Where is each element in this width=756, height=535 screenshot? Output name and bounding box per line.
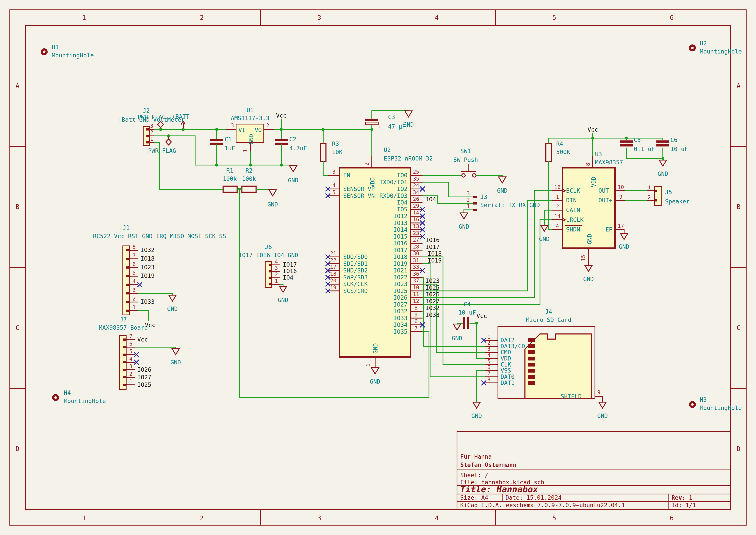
gnd-symbol <box>269 190 276 196</box>
text-label: 27 <box>413 237 419 243</box>
text-label: IO19 <box>141 272 154 279</box>
text-label: H2 <box>700 40 707 46</box>
text-label: 10K <box>332 149 343 155</box>
text-label: 12 <box>413 298 419 304</box>
text-label: J3 <box>480 193 487 200</box>
text-label: 36 <box>413 271 419 277</box>
text-label: 100k <box>223 175 237 182</box>
text-label: 20 <box>330 278 337 284</box>
text-label: 1uF <box>225 145 235 152</box>
text-label: LRCLK <box>566 216 584 223</box>
pin-pad <box>123 369 126 371</box>
text-label: 1 <box>556 194 559 200</box>
pin-pad <box>126 258 129 260</box>
text-label: SHD/SD2 <box>343 267 368 274</box>
switch-contact <box>462 174 465 177</box>
text-label: RXD0/IO3 <box>379 192 407 199</box>
resistor-body <box>223 186 237 192</box>
text-label: 3 <box>150 123 153 129</box>
component-body <box>654 186 661 205</box>
text-label: 8 <box>585 163 591 166</box>
text-label: IO17 <box>393 247 407 253</box>
text-label: MAX98357 Board <box>99 324 148 331</box>
text-label: GND <box>586 234 593 244</box>
text-label: IO26 <box>393 294 407 301</box>
text-label: GND <box>583 276 594 282</box>
text-label: 2 <box>129 371 132 377</box>
text-label: 8 <box>133 244 136 250</box>
text-label: 5 <box>552 14 556 21</box>
text-label: 4 <box>435 14 439 21</box>
text-label: SDI/SD1 <box>343 260 368 267</box>
text-label: GND <box>372 343 379 354</box>
pin-pad <box>123 346 126 348</box>
pin-pad <box>654 190 657 192</box>
wire <box>372 110 409 111</box>
text-label: IO19 <box>428 257 442 264</box>
text-label: GND <box>403 121 414 128</box>
text-label: SDO/SD0 <box>343 253 368 260</box>
junction-dot <box>215 163 218 167</box>
text-label: GND <box>167 305 178 312</box>
text-label: 2 <box>150 129 153 135</box>
text-label: Date: 15.01.2024 <box>505 494 561 501</box>
text-label: 6 <box>670 514 674 522</box>
text-label: IO16 <box>283 268 297 274</box>
text-label: GND <box>267 201 278 208</box>
text-label: IO27 <box>393 301 407 308</box>
text-label: GND <box>248 134 255 145</box>
text-label: IO25 <box>425 284 440 291</box>
mounting-hole-icon <box>691 46 694 49</box>
text-label: 2 <box>487 340 490 346</box>
text-label: AMS1117-3.3 <box>231 115 269 122</box>
text-label: C3 <box>388 114 395 120</box>
text-label: 16 <box>554 184 561 190</box>
text-label: 35 <box>413 176 419 182</box>
text-label: R1 <box>226 167 233 174</box>
text-label: 11 <box>413 291 419 297</box>
pin-pad <box>126 310 129 312</box>
gnd-symbol <box>473 402 480 408</box>
text-label: IO15 <box>393 233 407 240</box>
text-label: KiCad E.D.A. eeschema 7.0.9-7.0.9~ubuntu… <box>460 502 625 508</box>
text-label: RC522 Vcc RST GND IRQ MISO MOSI SCK SS <box>93 233 226 239</box>
text-label: Micro_SD_Card <box>526 317 571 324</box>
text-label: 15 <box>580 255 586 261</box>
text-label: IO23 <box>393 281 407 287</box>
text-label: 1 <box>82 14 86 21</box>
text-label: Vcc <box>276 112 287 119</box>
text-label: 5 <box>552 514 556 522</box>
text-label: 17 <box>330 264 337 270</box>
text-label: IO12 <box>393 213 407 219</box>
text-label: H1 <box>52 44 59 50</box>
gnd-symbol <box>172 349 179 355</box>
gnd-symbol <box>371 368 379 374</box>
text-label: C5 <box>634 137 641 143</box>
text-label: IO16 <box>425 237 440 243</box>
text-label: C4 <box>464 301 471 308</box>
text-label: IO27 <box>137 374 151 380</box>
pin-pad <box>123 353 126 356</box>
gnd-symbol <box>405 111 412 117</box>
text-label: D <box>737 445 741 453</box>
wire <box>138 294 173 296</box>
text-label: U1 <box>247 107 254 113</box>
gnd-symbol <box>289 166 297 172</box>
text-label: 3 <box>133 287 136 293</box>
text-label: Vcc <box>588 126 598 133</box>
junction-dot <box>662 157 664 160</box>
wire <box>138 311 149 321</box>
text-label: SENSOR_VP <box>343 185 375 192</box>
text-label: BCLK <box>566 187 580 194</box>
text-label: 3 <box>317 514 321 522</box>
pin-pad <box>269 264 272 266</box>
text-label: IO0 <box>397 172 407 179</box>
text-label: 7 <box>129 333 132 339</box>
text-label: A <box>15 82 19 90</box>
text-label: OUT- <box>598 187 612 194</box>
text-label: IO23 <box>425 277 440 284</box>
gnd-symbol <box>599 402 606 408</box>
text-label: GND <box>497 187 508 194</box>
text-label: 5 <box>133 270 136 276</box>
text-label: GND <box>472 412 482 419</box>
